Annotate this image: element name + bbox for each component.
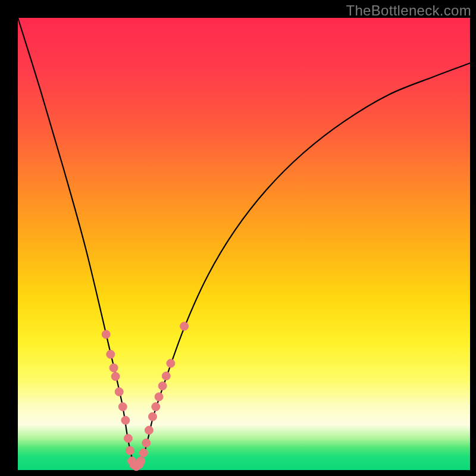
curve-marker xyxy=(121,416,130,424)
curve-marker xyxy=(107,350,115,358)
curve-marker xyxy=(158,382,167,390)
curve-marker xyxy=(124,434,132,443)
curve-marker xyxy=(111,372,120,381)
curve-marker xyxy=(118,403,127,411)
chart-svg xyxy=(18,18,470,470)
curve-marker xyxy=(148,412,156,421)
curve-marker xyxy=(102,330,110,339)
plot-area xyxy=(18,18,470,470)
curve-marker xyxy=(162,372,170,380)
curve-marker xyxy=(137,457,145,465)
curve-marker xyxy=(152,403,160,411)
curve-marker xyxy=(126,446,134,455)
curve-marker xyxy=(115,388,123,396)
watermark-text: TheBottleneck.com xyxy=(346,2,471,19)
chart-frame: TheBottleneck.com xyxy=(0,0,476,476)
curve-marker xyxy=(145,426,153,434)
curve-marker xyxy=(155,393,163,401)
bottleneck-curve xyxy=(18,18,470,466)
curve-marker xyxy=(109,364,118,372)
curve-marker xyxy=(142,439,151,447)
curve-marker xyxy=(180,322,189,330)
curve-marker xyxy=(167,359,175,368)
curve-marker xyxy=(139,449,148,457)
